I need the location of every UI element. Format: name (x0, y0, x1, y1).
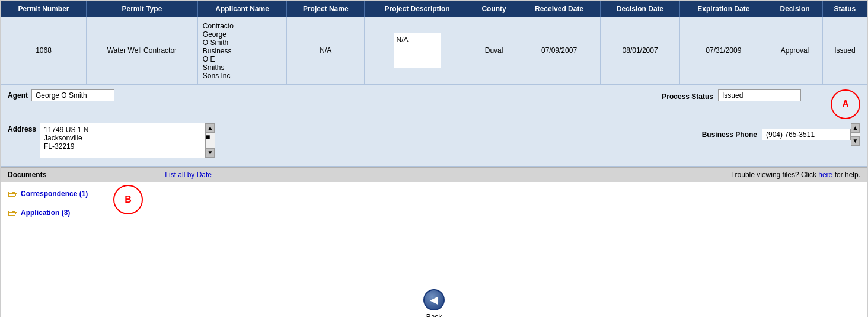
project-description-box: N/A (394, 33, 441, 68)
agent-label: Agent (8, 89, 28, 100)
back-button-label: Back (426, 313, 442, 317)
col-project-name: Project Name (287, 1, 365, 17)
address-label: Address (8, 123, 36, 133)
details-row-1: Agent George O Smith Process Status Issu… (8, 89, 860, 119)
documents-bar: Documents List all by Date Trouble viewi… (1, 167, 867, 182)
folder-icon-application: 🗁 (8, 207, 17, 218)
folder-icon-correspondence: 🗁 (8, 188, 17, 199)
col-project-description: Project Description (365, 1, 470, 17)
details-section: Agent George O Smith Process Status Issu… (1, 84, 867, 167)
trouble-viewing-text: Trouble viewing files? Click here for he… (731, 171, 860, 179)
cell-permit-type: Water Well Contractor (87, 17, 198, 84)
phone-area: ▲ ▼ (762, 123, 860, 146)
address-field-group: Address 11749 US 1 N Jacksonville FL-322… (8, 123, 215, 158)
permits-table: Permit Number Permit Type Applicant Name… (1, 1, 867, 84)
table-row: 1068 Water Well Contractor ContractoGeor… (1, 17, 867, 84)
cell-county: Duval (470, 17, 518, 84)
agent-field-group: Agent George O Smith (8, 89, 114, 101)
folder-row-application: 🗁 Application (3) (8, 207, 860, 218)
phone-scroll-down[interactable]: ▼ (851, 136, 860, 146)
list-by-date-link[interactable]: List all by Date (165, 171, 212, 179)
application-link[interactable]: Application (3) (21, 209, 70, 217)
col-permit-type: Permit Type (87, 1, 198, 17)
folder-row-correspondence: 🗁 Correspondence (1) (8, 188, 860, 199)
main-container: Permit Number Permit Type Applicant Name… (0, 0, 868, 317)
col-received-date: Received Date (518, 1, 600, 17)
details-row-2: Address 11749 US 1 N Jacksonville FL-322… (8, 123, 860, 158)
col-status: Status (822, 1, 867, 17)
cell-permit-number: 1068 (1, 17, 87, 84)
back-arrow-icon: ◀ (430, 293, 438, 306)
cell-decision-date: 08/01/2007 (600, 17, 680, 84)
scroll-down-btn[interactable]: ▼ (206, 148, 215, 158)
phone-input[interactable] (762, 129, 851, 140)
cell-decision: Approval (767, 17, 823, 84)
business-phone-label: Business Phone (702, 130, 757, 139)
col-applicant-name: Applicant Name (197, 1, 287, 17)
col-decision-date: Decision Date (600, 1, 680, 17)
col-county: County (470, 1, 518, 17)
cell-project-description: N/A (365, 17, 470, 84)
agent-input[interactable]: George O Smith (31, 89, 114, 101)
address-scrollbar[interactable]: ▲ ■ ▼ (206, 123, 215, 158)
col-permit-number: Permit Number (1, 1, 87, 17)
process-status-label: Process Status (662, 91, 713, 101)
back-area: ◀ Back (1, 277, 867, 317)
phone-scrollbar[interactable]: ▲ ▼ (851, 123, 860, 146)
address-area: 11749 US 1 N Jacksonville FL-32219 ▲ ■ ▼ (40, 123, 215, 158)
trouble-here-link[interactable]: here (818, 171, 832, 179)
back-button[interactable]: ◀ Back (423, 289, 445, 317)
cell-project-name: N/A (287, 17, 365, 84)
documents-content: B 🗁 Correspondence (1) 🗁 Application (3) (1, 182, 867, 277)
address-textarea[interactable]: 11749 US 1 N Jacksonville FL-32219 (40, 123, 206, 158)
scroll-track: ■ (206, 133, 215, 148)
cell-status: Issued (822, 17, 867, 84)
cell-expiration-date: 07/31/2009 (680, 17, 767, 84)
phone-scroll-up[interactable]: ▲ (851, 123, 860, 133)
process-status-group: Process Status Issued (662, 89, 801, 101)
documents-section-label: Documents (8, 171, 46, 179)
cell-received-date: 07/09/2007 (518, 17, 600, 84)
col-decision: Decision (767, 1, 823, 17)
details-section-wrapper: Agent George O Smith Process Status Issu… (1, 84, 867, 277)
process-status-input[interactable]: Issued (718, 89, 801, 101)
annotation-a: A (831, 89, 860, 119)
business-phone-group: Business Phone ▲ ▼ (702, 123, 860, 146)
scroll-up-btn[interactable]: ▲ (206, 123, 215, 133)
back-button-circle: ◀ (423, 289, 445, 310)
col-expiration-date: Expiration Date (680, 1, 767, 17)
correspondence-link[interactable]: Correspondence (1) (21, 190, 88, 198)
cell-applicant-name: ContractoGeorgeO SmithBusinessO ESmithsS… (197, 17, 287, 84)
